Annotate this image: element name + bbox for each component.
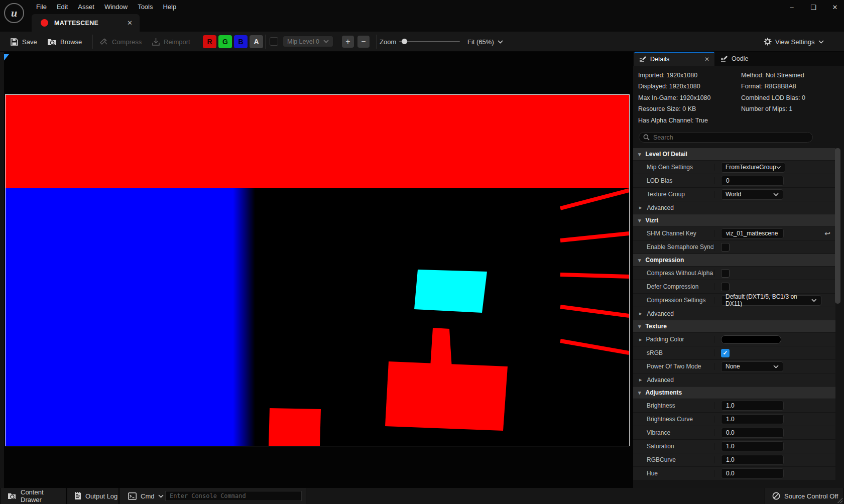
chevron-down-icon[interactable] (158, 494, 164, 498)
view-settings-button[interactable]: View Settings (764, 32, 824, 52)
value-checkbox[interactable] (721, 243, 730, 251)
details-panel: Details ✕ Oodle Imported: 1920x1080Displ… (633, 52, 844, 488)
property-row-mip-gen-settings: Mip Gen SettingsFromTextureGroup (633, 161, 835, 174)
menu-item-window[interactable]: Window (99, 1, 133, 13)
menu-item-edit[interactable]: Edit (52, 1, 73, 13)
console-command-input[interactable]: Enter Console Command (165, 491, 302, 501)
zoom-slider-track[interactable] (399, 41, 460, 42)
menu-item-help[interactable]: Help (158, 1, 181, 13)
value-dropdown[interactable]: FromTextureGroup (721, 162, 785, 173)
chevron-down-icon (323, 40, 329, 43)
asset-tab-close-icon[interactable]: ✕ (125, 19, 135, 27)
search-input[interactable]: Search (639, 132, 813, 143)
section-collapse-icon[interactable]: ▾ (638, 217, 641, 224)
section-collapse-icon[interactable]: ▾ (638, 323, 641, 330)
property-label-text: Hue (647, 470, 658, 477)
revert-to-default-icon[interactable]: ↩ (824, 229, 830, 237)
source-control-button[interactable]: Source Control Off (765, 488, 844, 504)
expand-arrow-icon[interactable]: ▸ (639, 310, 642, 317)
value-input[interactable]: 1.0 (721, 401, 784, 411)
channel-a-button[interactable]: A (250, 35, 263, 48)
close-button[interactable]: ✕ (827, 4, 842, 12)
cyan-rect (414, 270, 487, 313)
tab-details[interactable]: Details ✕ (634, 52, 714, 66)
section-compression[interactable]: ▾Compression (633, 254, 835, 267)
value-checkbox[interactable]: ✓ (721, 349, 730, 357)
property-label-text: RGBCurve (647, 456, 676, 463)
menu-item-file[interactable]: File (31, 1, 52, 13)
section-texture[interactable]: ▾Texture (633, 320, 835, 333)
advanced-expander-row[interactable]: ▸Advanced (633, 373, 835, 387)
property-row-enable-semaphore-synch-: Enable Semaphore Synch... (633, 240, 835, 254)
expand-arrow-icon[interactable]: ▸ (639, 204, 642, 211)
section-collapse-icon[interactable]: ▾ (638, 151, 641, 158)
red-top-band (6, 95, 629, 188)
menu-item-asset[interactable]: Asset (73, 1, 99, 13)
section-collapse-icon[interactable]: ▾ (638, 390, 641, 396)
tab-oodle[interactable]: Oodle (715, 52, 763, 66)
value-input[interactable]: 0.0 (721, 468, 784, 478)
value-checkbox[interactable] (721, 283, 730, 291)
property-label-text: SHM Channel Key (647, 230, 696, 237)
browse-button[interactable]: Browse (47, 32, 82, 52)
mip-minus-button[interactable]: − (357, 36, 370, 48)
save-button[interactable]: Save (10, 32, 37, 52)
cmd-label[interactable]: Cmd (141, 492, 154, 500)
channel-r-button[interactable]: R (203, 35, 216, 48)
property-row-defer-compression: Defer Compression (633, 280, 835, 294)
section-vizrt[interactable]: ▾Vizrt (633, 214, 835, 227)
output-log-button[interactable]: Output Log (67, 488, 119, 504)
value-input[interactable]: 0.0 (721, 428, 784, 438)
value-dropdown[interactable]: World (721, 189, 783, 200)
reimport-button[interactable]: Reimport (152, 32, 190, 52)
property-label-text: Power Of Two Mode (647, 363, 701, 370)
section-collapse-icon[interactable]: ▾ (638, 257, 641, 264)
value-input[interactable]: 0 (721, 176, 784, 186)
dropdown-selected: Default (DXT1/5, BC1/3 on DX11) (726, 293, 811, 307)
section-level-of-detail[interactable]: ▾Level Of Detail (633, 148, 835, 161)
viewport-corner-marker-icon (4, 54, 11, 63)
value-input[interactable]: 1.0 (721, 455, 784, 465)
menu-item-tools[interactable]: Tools (133, 1, 158, 13)
channel-b-button[interactable]: B (234, 35, 248, 48)
expand-arrow-icon[interactable]: ▸ (639, 336, 642, 343)
mip-plus-button[interactable]: + (342, 36, 354, 48)
panel-scrollbar[interactable] (835, 148, 840, 304)
property-label-text: Texture Group (647, 191, 685, 198)
texture-viewport[interactable] (4, 52, 633, 488)
section-label: Adjustments (646, 389, 682, 396)
advanced-expander-row[interactable]: ▸Advanced (633, 201, 835, 214)
toolbar-separator (376, 35, 377, 49)
value-input[interactable]: viz_01_mattescene (721, 228, 784, 238)
tab-details-close-icon[interactable]: ✕ (704, 56, 709, 63)
value-dropdown[interactable]: Default (DXT1/5, BC1/3 on DX11) (721, 295, 821, 306)
value-dropdown[interactable]: None (721, 361, 783, 372)
asset-tab-mattescene[interactable]: MATTESCENE ✕ (32, 14, 140, 32)
value-checkbox[interactable] (721, 269, 730, 278)
mip-level-dropdown[interactable]: Mip Level 0 (283, 36, 333, 47)
color-swatch[interactable] (721, 335, 781, 344)
dropdown-selected: World (726, 191, 741, 198)
expand-arrow-icon[interactable]: ▸ (639, 376, 642, 383)
resize-grip[interactable] (837, 498, 842, 503)
dropdown-selected: FromTextureGroup (726, 164, 776, 171)
section-adjustments[interactable]: ▾Adjustments (633, 387, 835, 399)
maximize-button[interactable]: ❑ (806, 4, 821, 12)
advanced-expander-row[interactable]: ▸Advanced (633, 307, 835, 320)
mip-level-checkbox[interactable] (270, 37, 278, 46)
value-input[interactable]: 1.0 (721, 414, 784, 424)
source-control-off-icon (772, 492, 780, 500)
minimize-button[interactable]: – (784, 4, 799, 12)
fit-label: Fit (65%) (467, 38, 494, 46)
property-row-brightness-curve: Brightness Curve1.0 (633, 413, 835, 426)
channel-g-button[interactable]: G (218, 35, 232, 48)
compress-button[interactable]: Compress (99, 32, 142, 52)
fit-dropdown[interactable]: Fit (65%) (467, 32, 503, 52)
property-label: Brightness Curve (633, 416, 714, 423)
dropdown-selected: None (726, 363, 740, 370)
zoom-slider-knob[interactable] (402, 39, 407, 44)
property-row-brightness: Brightness1.0 (633, 399, 835, 413)
content-drawer-button[interactable]: Content Drawer (0, 488, 67, 504)
value-input[interactable]: 1.0 (721, 441, 784, 451)
content-drawer-icon (8, 492, 17, 500)
